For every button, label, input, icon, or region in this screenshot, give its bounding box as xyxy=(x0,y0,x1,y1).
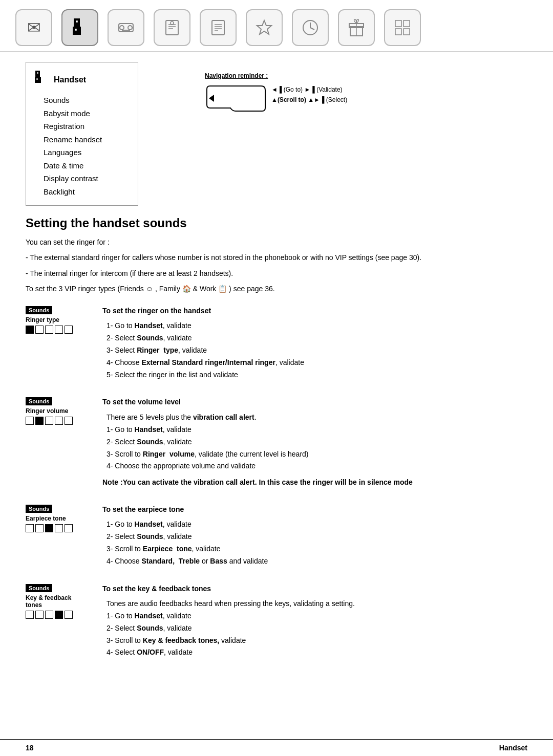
svg-rect-72 xyxy=(39,78,41,80)
page-title: Setting the handset sounds xyxy=(26,216,527,230)
svg-rect-58 xyxy=(38,72,40,74)
svg-rect-76 xyxy=(39,80,41,81)
svg-rect-11 xyxy=(78,25,80,27)
svg-rect-5 xyxy=(78,20,80,23)
svg-rect-19 xyxy=(79,29,81,31)
svg-rect-61 xyxy=(38,74,40,75)
svg-rect-9 xyxy=(74,25,76,27)
step-1-5: 5- Select the ringer in the list and val… xyxy=(107,369,527,381)
dot-2-1 xyxy=(26,417,34,425)
menu-item-backlight: Backlight xyxy=(44,185,127,199)
svg-rect-70 xyxy=(36,78,38,80)
earpiece-tone-instructions: To set the earpiece tone 1- Go to Handse… xyxy=(102,504,527,568)
indicator-row-3 xyxy=(26,524,87,532)
svg-marker-42 xyxy=(257,20,271,34)
handset-menu-icon xyxy=(33,70,50,90)
screen-label-1: Sounds xyxy=(26,306,52,314)
svg-rect-62 xyxy=(35,75,37,77)
clock-icon[interactable] xyxy=(292,9,329,46)
svg-rect-0 xyxy=(74,18,76,20)
ringer-volume-instructions: To set the volume level There are 5 leve… xyxy=(102,396,527,488)
svg-rect-10 xyxy=(76,25,78,27)
menu-item-datetime: Date & time xyxy=(44,159,127,172)
key-feedback-title: To set the key & feedback tones xyxy=(102,583,527,595)
nav-line-1: ◄▐ (Go to) ►▐ (Validate) xyxy=(271,84,347,95)
menu-items-list: Sounds Babysit mode Registration Rename … xyxy=(33,94,127,198)
svg-rect-22 xyxy=(77,31,79,33)
step-3-3: 3- Scroll to Earpiece tone, validate xyxy=(107,543,527,555)
envelope-icon[interactable]: ✉ xyxy=(15,9,52,46)
dot-1-3 xyxy=(45,326,53,334)
svg-rect-55 xyxy=(38,71,40,72)
step-4-4: 4- Select ON/OFF, validate xyxy=(107,646,527,659)
dot-1-2 xyxy=(35,326,44,334)
screen-sub-label-1: Ringer type xyxy=(26,316,87,323)
footer-label: Handset xyxy=(499,744,527,752)
menu-item-sounds: Sounds xyxy=(44,94,127,107)
step-2-1: 1- Go to Handset, validate xyxy=(107,424,527,436)
svg-rect-32 xyxy=(166,20,178,35)
step-3-4: 4- Choose Standard, Treble or Bass and v… xyxy=(107,555,527,568)
handset-icon[interactable] xyxy=(61,9,98,46)
star-icon[interactable] xyxy=(246,9,283,46)
svg-rect-1 xyxy=(76,18,78,20)
dot-1-5 xyxy=(65,326,73,334)
dot-1-4 xyxy=(55,326,63,334)
gift-icon[interactable] xyxy=(338,9,375,46)
step-2-3: 3- Scroll to Ringer volume, validate (th… xyxy=(107,448,527,461)
svg-rect-31 xyxy=(122,30,130,31)
step-2-2: 2- Select Sounds, validate xyxy=(107,436,527,448)
svg-rect-64 xyxy=(38,75,40,77)
earpiece-tone-section: Sounds Earpiece tone To set the earpiece… xyxy=(26,504,527,568)
svg-rect-51 xyxy=(395,29,401,35)
nav-line-2: ▲(Scroll to) ▲►▐ (Select) xyxy=(271,95,347,105)
page-footer: 18 Handset xyxy=(0,739,553,756)
dot-3-1 xyxy=(26,524,34,532)
svg-rect-50 xyxy=(403,20,410,27)
phone-book-icon[interactable] xyxy=(154,9,190,46)
ringer-type-screen: Sounds Ringer type xyxy=(26,305,87,334)
svg-rect-3 xyxy=(74,20,76,23)
step-3-1: 1- Go to Handset, validate xyxy=(107,519,527,531)
svg-rect-73 xyxy=(35,80,36,81)
indicator-row-1 xyxy=(26,326,87,334)
menu-item-rename: Rename handset xyxy=(44,133,127,146)
menu-item-babysit: Babysit mode xyxy=(44,107,127,120)
earpiece-tone-screen: Sounds Earpiece tone xyxy=(26,504,87,532)
contacts-icon[interactable] xyxy=(200,9,237,46)
step-4-0: Tones are audio feedbacks heard when pre… xyxy=(107,598,527,610)
key-feedback-screen: Sounds Key & feedback tones xyxy=(26,583,87,619)
ringer-type-title: To set the ringer on the handset xyxy=(102,305,527,317)
nav-arrow-svg xyxy=(205,83,266,112)
svg-rect-24 xyxy=(73,33,75,35)
ringer-volume-section: Sounds Ringer volume To set the volume l… xyxy=(26,396,527,488)
ringer-type-section: Sounds Ringer type To set the ringer on … xyxy=(26,305,527,381)
top-section: Handset Sounds Babysit mode Registration… xyxy=(26,62,527,206)
svg-point-30 xyxy=(128,26,132,30)
grid-icon[interactable] xyxy=(384,9,421,46)
ringer-volume-steps: There are 5 levels plus the vibration ca… xyxy=(102,412,527,488)
voicemail-icon[interactable] xyxy=(108,9,144,46)
indicator-row-2 xyxy=(26,417,87,425)
body-text-1: You can set the ringer for : xyxy=(26,236,527,248)
dot-3-3 xyxy=(45,524,53,532)
dot-3-4 xyxy=(55,524,63,532)
svg-rect-71 xyxy=(38,78,39,80)
dot-4-1 xyxy=(26,611,34,619)
dot-4-4 xyxy=(55,611,63,619)
main-content: Handset Sounds Babysit mode Registration… xyxy=(0,52,553,684)
svg-rect-69 xyxy=(35,78,36,80)
svg-rect-78 xyxy=(36,81,38,83)
step-1-2: 2- Select Sounds, validate xyxy=(107,332,527,344)
step-1-4: 4- Choose External Standard ringer/Inter… xyxy=(107,357,527,369)
body-text-3: - The internal ringer for intercom (if t… xyxy=(26,268,527,279)
svg-rect-59 xyxy=(35,74,37,75)
dot-1-1 xyxy=(26,326,34,334)
svg-rect-23 xyxy=(79,31,81,33)
key-feedback-section: Sounds Key & feedback tones To set the k… xyxy=(26,583,527,659)
ringer-volume-title: To set the volume level xyxy=(102,396,527,408)
svg-rect-13 xyxy=(75,27,77,29)
menu-box-header: Handset xyxy=(33,70,127,90)
vip-line: To set the 3 VIP ringer types (Friends ☺… xyxy=(26,283,527,294)
dot-3-2 xyxy=(35,524,44,532)
